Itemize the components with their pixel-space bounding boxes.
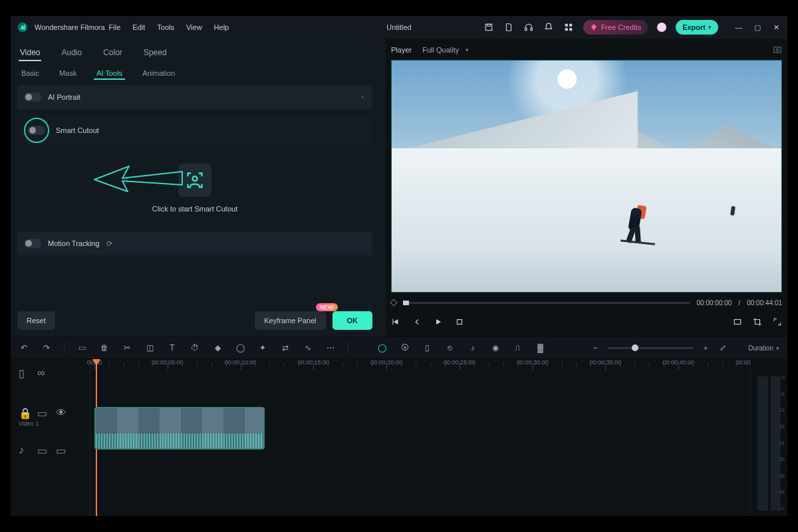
- keyframe-panel-button[interactable]: Keyframe Panel: [255, 311, 325, 330]
- more-tools-icon[interactable]: ⋯: [325, 342, 336, 353]
- preview-header: Player Full Quality: [391, 43, 782, 57]
- track-lock-icon[interactable]: 🔒: [19, 407, 28, 416]
- menu-tools[interactable]: Tools: [157, 23, 174, 31]
- tab-video[interactable]: Video: [19, 45, 41, 61]
- save-icon[interactable]: [483, 22, 494, 33]
- scrub-bar[interactable]: [403, 302, 690, 304]
- play-icon[interactable]: [434, 317, 443, 327]
- export-button[interactable]: Export: [676, 20, 718, 35]
- svg-rect-2: [487, 24, 490, 26]
- crop-tool-icon[interactable]: ◫: [144, 342, 155, 353]
- refresh-icon[interactable]: ⟳: [106, 239, 112, 248]
- reset-button[interactable]: Reset: [17, 311, 55, 330]
- menu-view[interactable]: View: [186, 23, 202, 31]
- motion-tracking-row[interactable]: Motion Tracking ⟳: [17, 231, 372, 255]
- drop-icon[interactable]: ◉: [490, 342, 501, 353]
- timecode-total: 00:00:44:01: [747, 299, 782, 307]
- prev-frame-icon[interactable]: [391, 317, 400, 327]
- player-label: Player: [391, 46, 412, 54]
- mixer-icon[interactable]: ⎍: [513, 342, 523, 353]
- window-close-icon[interactable]: ✕: [771, 23, 781, 32]
- svg-rect-6: [569, 24, 572, 27]
- split-icon[interactable]: ✂: [122, 342, 132, 353]
- tab-speed[interactable]: Speed: [142, 45, 168, 61]
- svg-rect-4: [531, 28, 532, 31]
- pointer-icon[interactable]: ▭: [76, 342, 87, 353]
- window-minimize-icon[interactable]: —: [734, 23, 743, 32]
- timeline-body[interactable]: 00:0000:00:05:0000:00:10:0000:00:15:0000…: [90, 359, 787, 516]
- text-icon[interactable]: T: [167, 342, 178, 353]
- subtab-mask[interactable]: Mask: [57, 68, 79, 80]
- render-icon[interactable]: ▓: [535, 342, 546, 353]
- audio-track-icon[interactable]: ♪: [19, 444, 28, 454]
- tab-color[interactable]: Color: [102, 45, 124, 61]
- transition-icon[interactable]: ⇄: [280, 342, 291, 353]
- timeline-link-icon[interactable]: ∞: [37, 367, 47, 376]
- stop-icon[interactable]: [455, 317, 464, 327]
- record-icon[interactable]: ⦿: [400, 342, 410, 353]
- snapshot-icon[interactable]: [773, 45, 782, 55]
- audio-meter: 0-6-12-18-24-30-36-42-∞: [750, 359, 787, 516]
- subtab-animation[interactable]: Animation: [140, 68, 178, 80]
- duration-dropdown[interactable]: Duration: [748, 344, 779, 352]
- motion-tracking-toggle[interactable]: [24, 239, 41, 248]
- delete-icon[interactable]: 🗑: [99, 342, 110, 353]
- crop-icon[interactable]: [753, 317, 762, 327]
- ai-portrait-label: AI Portrait: [48, 93, 80, 101]
- clip-trim-handle[interactable]: [97, 407, 104, 408]
- subtab-ai-tools[interactable]: AI Tools: [94, 68, 125, 80]
- smart-cutout-toggle-highlight[interactable]: [24, 118, 49, 143]
- timecode-current: 00:00:00:00: [697, 299, 732, 307]
- track-hide-icon[interactable]: 👁: [56, 407, 65, 416]
- audio-mute-icon[interactable]: ▭: [37, 444, 47, 454]
- menu-help[interactable]: Help: [214, 23, 229, 31]
- ai-portrait-toggle[interactable]: [24, 92, 41, 102]
- ai-portrait-row[interactable]: AI Portrait: [17, 85, 372, 109]
- timeline-collapse-icon[interactable]: ▯: [19, 367, 28, 376]
- shield-icon[interactable]: ▯: [422, 342, 433, 353]
- redo-icon[interactable]: ↷: [41, 342, 52, 353]
- smart-cutout-toggle[interactable]: [28, 126, 45, 135]
- quality-selector[interactable]: Full Quality: [422, 46, 469, 54]
- undo-icon[interactable]: ↶: [19, 342, 29, 353]
- zoom-in-icon[interactable]: ＋: [700, 342, 711, 353]
- volume-icon[interactable]: ♪: [467, 342, 478, 353]
- svg-rect-15: [734, 320, 740, 325]
- headphones-icon[interactable]: [523, 22, 534, 33]
- tab-audio[interactable]: Audio: [60, 45, 83, 61]
- keyframe-icon[interactable]: ◆: [212, 342, 223, 353]
- smart-cutout-row[interactable]: Smart Cutout: [17, 116, 372, 145]
- color-icon[interactable]: ◯: [235, 342, 245, 353]
- expand-icon[interactable]: [773, 317, 782, 327]
- preview-viewport[interactable]: [391, 60, 782, 293]
- menu-edit[interactable]: Edit: [132, 23, 145, 31]
- grid-icon[interactable]: [563, 22, 574, 33]
- marker-icon[interactable]: ◯: [377, 342, 388, 353]
- audio-solo-icon[interactable]: ▭: [56, 444, 65, 454]
- subtab-basic[interactable]: Basic: [19, 68, 42, 80]
- zoom-fit-icon[interactable]: ⤢: [718, 342, 728, 353]
- svg-rect-13: [392, 319, 393, 325]
- svg-point-12: [776, 49, 779, 51]
- aspect-icon[interactable]: [733, 317, 742, 327]
- bell-icon[interactable]: [543, 22, 554, 33]
- annotation-arrow-icon: [90, 158, 184, 198]
- zoom-slider[interactable]: [607, 347, 694, 349]
- link-icon[interactable]: ⎋: [445, 342, 456, 353]
- video-clip[interactable]: [94, 407, 265, 450]
- start-smart-cutout-button[interactable]: [178, 164, 211, 197]
- track-mute-icon[interactable]: ▭: [37, 407, 47, 416]
- timeline-ruler[interactable]: 00:0000:00:05:0000:00:10:0000:00:15:0000…: [90, 359, 787, 383]
- step-back-icon[interactable]: [412, 317, 422, 327]
- speed-icon[interactable]: ⏱: [190, 342, 200, 353]
- audio-icon[interactable]: ∿: [303, 342, 313, 353]
- zoom-out-icon[interactable]: −: [590, 342, 600, 353]
- user-avatar-icon[interactable]: [657, 23, 666, 32]
- document-icon[interactable]: [503, 22, 514, 33]
- ok-button[interactable]: OK: [332, 311, 373, 330]
- effects-icon[interactable]: ✦: [257, 342, 268, 353]
- timeline-track-headers: ▯ ∞ 🔒 ▭ 👁 Video 1 ♪ ▭ ▭: [11, 359, 90, 516]
- free-credits-button[interactable]: Free Credits: [583, 20, 648, 35]
- window-maximize-icon[interactable]: ▢: [753, 23, 762, 32]
- menu-file[interactable]: File: [109, 23, 121, 31]
